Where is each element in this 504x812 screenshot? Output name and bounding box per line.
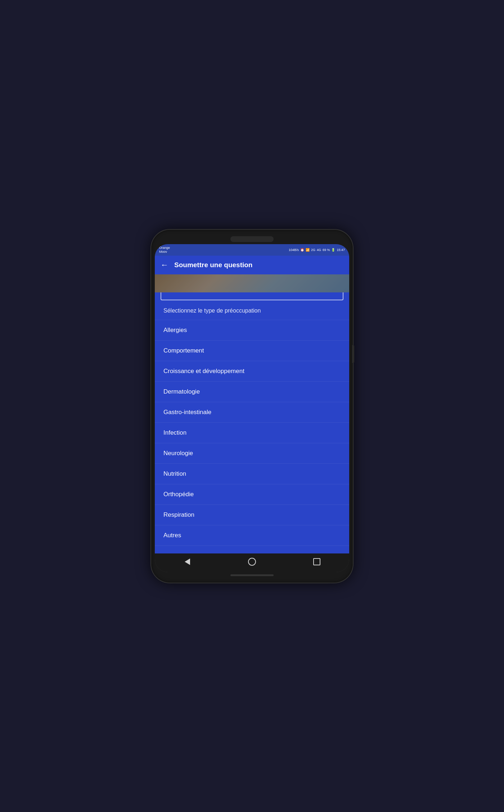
wifi-icon: 📶 (306, 248, 310, 252)
alarm-icon: ⏰ (300, 248, 304, 252)
list-item[interactable]: Nutrition (155, 464, 349, 484)
nav-home-button[interactable] (245, 556, 259, 570)
phone-bottom-indicator (230, 574, 274, 576)
navigation-bar (155, 553, 349, 572)
carrier-info: Orange Moov (159, 246, 170, 254)
signal-4g: 4G (317, 248, 321, 252)
dropdown-header-item[interactable]: Sélectionnez le type de préoccupation (155, 302, 349, 320)
item-label: Orthopédie (163, 491, 194, 498)
app-header: ← Soumettre une question (155, 256, 349, 274)
item-label: Comportement (163, 347, 204, 354)
blur-overlay (155, 274, 349, 292)
list-item[interactable]: Respiration (155, 505, 349, 525)
item-label: Respiration (163, 511, 194, 519)
phone-screen: Orange Moov 104B/s ⏰ 📶 2G 4G 69 % 🔋 15:4… (155, 244, 349, 572)
phone-speaker (230, 236, 274, 242)
carrier-name2: Moov (159, 250, 170, 254)
list-item[interactable]: Orthopédie (155, 484, 349, 505)
back-triangle-icon (185, 558, 190, 567)
battery-icon: 🔋 (331, 248, 335, 252)
recents-square-icon (313, 558, 320, 567)
item-label: Autres (163, 532, 181, 539)
home-circle-icon (248, 558, 256, 567)
list-item[interactable]: Comportement (155, 341, 349, 361)
battery-level: 69 % (323, 248, 330, 252)
item-label: Neurologie (163, 450, 193, 457)
dropdown-list: Sélectionnez le type de préoccupation Al… (155, 302, 349, 546)
item-label: Croissance et développement (163, 368, 244, 375)
nav-back-button[interactable] (180, 556, 194, 570)
status-bar: Orange Moov 104B/s ⏰ 📶 2G 4G 69 % 🔋 15:4… (155, 244, 349, 256)
network-speed: 104B/s (289, 248, 299, 252)
item-label: Nutrition (163, 470, 186, 477)
list-item[interactable]: Dermatologie (155, 382, 349, 402)
back-button[interactable]: ← (161, 260, 168, 270)
status-right-icons: 104B/s ⏰ 📶 2G 4G 69 % 🔋 15:47 (289, 248, 345, 252)
carrier-name: Orange (159, 246, 170, 250)
item-label: Dermatologie (163, 388, 200, 395)
list-item[interactable]: Neurologie (155, 443, 349, 464)
list-item[interactable]: Croissance et développement (155, 361, 349, 382)
select-box[interactable] (161, 292, 343, 300)
page-title: Soumettre une question (174, 261, 252, 269)
list-item[interactable]: Gastro-intestinale (155, 402, 349, 423)
clock: 15:47 (337, 248, 345, 252)
list-item-infection[interactable]: Infection (155, 423, 349, 443)
phone-device: Orange Moov 104B/s ⏰ 📶 2G 4G 69 % 🔋 15:4… (151, 230, 353, 583)
item-label: Infection (163, 429, 186, 436)
list-item[interactable]: Autres (155, 525, 349, 546)
dropdown-overlay[interactable]: Sélectionnez le type de préoccupation Al… (155, 292, 349, 553)
signal-2g: 2G (311, 248, 315, 252)
dropdown-header-label: Sélectionnez le type de préoccupation (163, 308, 261, 314)
item-label: Allergies (163, 327, 187, 334)
background-image (155, 274, 349, 292)
item-label: Gastro-intestinale (163, 409, 211, 416)
phone-volume-button (352, 345, 354, 363)
list-item[interactable]: Allergies (155, 320, 349, 341)
nav-recents-button[interactable] (310, 556, 324, 570)
